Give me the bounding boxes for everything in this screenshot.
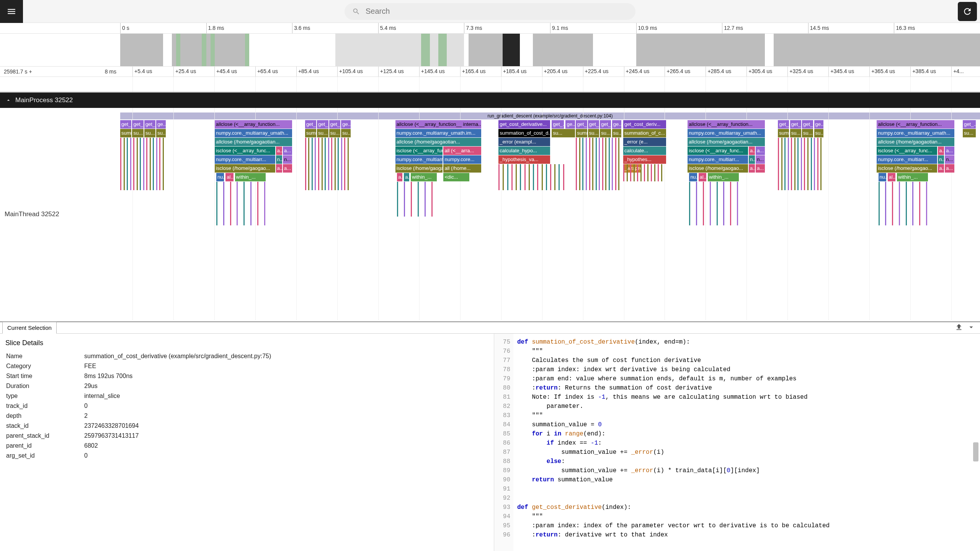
flame-slice[interactable]: _error (e... <box>623 138 666 146</box>
flame-slice[interactable]: n... <box>756 155 765 164</box>
flame-slice[interactable]: a... <box>938 147 944 155</box>
flame-slice[interactable]: ge... <box>156 120 166 129</box>
flame-slice[interactable]: allclose (<__array_function... <box>688 120 765 129</box>
flame-slice[interactable]: su... <box>814 129 824 137</box>
flame-slice[interactable]: nu... <box>879 173 886 181</box>
flame-slice[interactable]: get_... <box>132 120 143 129</box>
flame-slice[interactable]: <dic... <box>443 173 469 181</box>
flame-slice[interactable]: a... <box>404 173 409 181</box>
flame-slice[interactable]: su... <box>341 129 351 137</box>
flame-slice[interactable]: calculate_hypo... <box>498 147 550 155</box>
flame-slice[interactable]: allclose (/home/gaogaotian... <box>688 138 765 146</box>
tab-current-selection[interactable]: Current Selection <box>2 322 57 334</box>
flame-slice[interactable]: su... <box>317 129 328 137</box>
flame-slice[interactable]: _error (exampl... <box>498 138 550 146</box>
flame-slice[interactable]: calculate... <box>623 147 666 155</box>
flame-slice[interactable]: within_... <box>708 173 739 181</box>
flame-slice[interactable]: get_... <box>600 120 611 129</box>
flame-slice[interactable]: al... <box>225 173 233 181</box>
chevron-down-icon[interactable] <box>967 323 975 331</box>
flame-slice[interactable]: numpy.core._multiarray_umath... <box>215 129 292 137</box>
flame-slice[interactable]: isclose (<__array_func... <box>395 147 443 155</box>
flame-slice[interactable]: ge... <box>565 120 575 129</box>
flame-slice[interactable]: allclose (/home/gaogaotian... <box>215 138 292 146</box>
flame-slice[interactable]: get_... <box>552 120 564 129</box>
flame-slice[interactable]: n... <box>276 155 282 164</box>
flame-slice[interactable]: allclose (<__array_function__ interna... <box>395 120 482 129</box>
source-code-panel[interactable]: 75 76 77 78 79 80 81 82 83 84 85 86 87 8… <box>494 334 980 551</box>
flame-slice[interactable]: get_... <box>144 120 155 129</box>
flame-slice[interactable]: ge... <box>341 120 351 129</box>
flame-slice[interactable]: numpy.core... <box>443 155 481 164</box>
flame-slice[interactable]: summ... <box>576 129 587 137</box>
process-header[interactable]: MainProcess 32522 <box>0 93 980 108</box>
flame-slice[interactable]: get_... <box>778 120 789 129</box>
flame-slice[interactable]: a... <box>945 147 954 155</box>
flame-slice[interactable]: numpy.core._multiarray_umath.im... <box>395 129 482 137</box>
flame-slice[interactable]: within_... <box>235 173 266 181</box>
flame-slice[interactable]: a... <box>283 164 292 173</box>
flame-slice[interactable]: al... <box>699 173 706 181</box>
flame-slice[interactable]: a... <box>283 147 292 155</box>
upload-icon[interactable] <box>955 323 963 331</box>
selected-slice[interactable]: summation_of_cost_d... <box>498 129 550 137</box>
flame-slice[interactable]: get_... <box>576 120 587 129</box>
flame-slice[interactable]: get_cost_deriv... <box>623 120 666 129</box>
scrollbar[interactable] <box>973 442 978 461</box>
flame-slice[interactable]: su... <box>600 129 611 137</box>
flame-slice[interactable]: numpy.core._multiarr... <box>395 155 443 164</box>
flame-slice[interactable]: summ... <box>778 129 789 137</box>
flame-slice[interactable]: isclose (/home/gaogao... <box>688 164 748 173</box>
flame-slice[interactable]: _hypothes... <box>623 155 666 164</box>
root-span[interactable]: run_gradient_descent (example/src/gradie… <box>120 112 980 119</box>
flame-slice[interactable]: isclose (<__array_func... <box>877 147 937 155</box>
flame-slice[interactable]: su... <box>790 129 801 137</box>
flame-slice[interactable]: nu... <box>216 173 224 181</box>
flame-slice[interactable]: all (/home... <box>443 164 481 173</box>
flame-slice[interactable]: n... <box>945 155 954 164</box>
flame-slice[interactable]: isclose (/home/gaogao... <box>215 164 275 173</box>
search-box[interactable] <box>345 3 635 20</box>
refresh-button[interactable] <box>958 2 977 21</box>
flame-slice[interactable]: su... <box>144 129 155 137</box>
flame-slice[interactable]: a... <box>749 164 755 173</box>
flame-slice[interactable]: get_... <box>802 120 813 129</box>
flame-slice[interactable]: allclose (<__array_function... <box>215 120 292 129</box>
flame-slice[interactable]: numpy.core._multiarr... <box>877 155 937 164</box>
minimap[interactable] <box>0 34 980 66</box>
flame-slice[interactable]: all (<__arra... <box>443 147 481 155</box>
flame-slice[interactable]: a... <box>756 147 765 155</box>
flame-slice[interactable]: allclose (/home/gaogaotian... <box>395 138 482 146</box>
flame-slice[interactable]: within_... <box>411 173 436 181</box>
flame-slice[interactable]: numpy.core._multiarr... <box>215 155 275 164</box>
flame-slice[interactable]: get_cost_derivative... <box>498 120 550 129</box>
flame-slice[interactable]: isclose (/home/gaogao... <box>395 164 443 173</box>
flame-slice[interactable]: numpy.core._multiarr... <box>688 155 748 164</box>
flame-slice[interactable]: su... <box>612 129 622 137</box>
flame-slice[interactable]: get_... <box>588 120 599 129</box>
flame-slice[interactable]: get_... <box>963 120 976 129</box>
flame-slice[interactable]: su... <box>588 129 599 137</box>
flame-slice[interactable]: numpy.core._multiarray_umath... <box>877 129 954 137</box>
flame-slice[interactable]: ge... <box>814 120 824 129</box>
timeline-ruler-fine[interactable]: 25981.7 s +8 ms +5.4 us+25.4 us+45.4 us+… <box>0 66 980 77</box>
flame-slice[interactable]: within_... <box>897 173 928 181</box>
flame-slice[interactable]: get_... <box>305 120 316 129</box>
flame-slice[interactable]: su... <box>156 129 166 137</box>
flame-area[interactable]: MainThread 32522 run_gradient_descent (e… <box>0 108 980 320</box>
flame-slice[interactable]: a... <box>276 164 282 173</box>
flame-slice[interactable]: a... <box>756 164 765 173</box>
flame-slice[interactable]: su... <box>132 129 143 137</box>
flame-slice[interactable]: summ... <box>305 129 316 137</box>
flame-slice[interactable]: a... <box>945 164 954 173</box>
flame-slice[interactable]: nu... <box>689 173 697 181</box>
timeline-ruler-major[interactable]: 0 s1.8 ms3.6 ms5.4 ms7.3 ms9.1 ms10.9 ms… <box>0 23 980 34</box>
flame-slice[interactable]: isclose (/home/gaogao... <box>877 164 937 173</box>
flame-slice[interactable]: get_... <box>790 120 801 129</box>
flame-slice[interactable]: get_... <box>120 120 131 129</box>
flame-slice[interactable]: ge... <box>612 120 622 129</box>
flame-slice[interactable]: get_... <box>329 120 340 129</box>
flame-slice[interactable]: allclose (<__array_function... <box>877 120 954 129</box>
flame-slice[interactable]: n... <box>749 155 755 164</box>
flame-slice[interactable]: a... <box>276 147 282 155</box>
